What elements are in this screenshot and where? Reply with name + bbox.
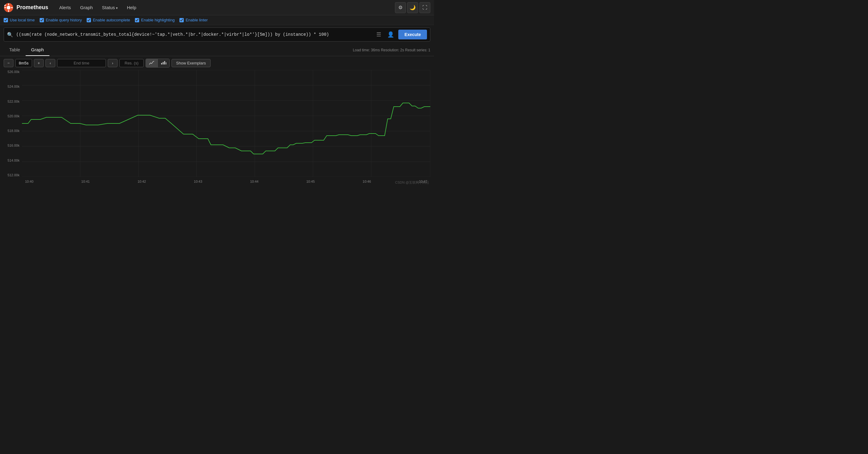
toolbar: Use local time Enable query history Enab… <box>0 15 434 25</box>
enable-linter-checkbox[interactable]: Enable linter <box>180 18 208 22</box>
tabs-meta: Load time: 36ms Resolution: 2s Result se… <box>353 48 430 52</box>
svg-rect-3 <box>8 10 9 12</box>
chart-area <box>22 70 430 177</box>
tab-graph[interactable]: Graph <box>26 44 50 56</box>
tabs-row: Table Graph Load time: 36ms Resolution: … <box>0 44 434 56</box>
x-label-0: 10:40 <box>25 180 34 183</box>
y-label-0: 526.00k <box>8 70 20 74</box>
chart-wrap: 526.00k 524.00k 522.00k 520.00k 518.00k … <box>4 70 430 186</box>
y-label-7: 512.00k <box>8 173 20 177</box>
graph-controls: − + ‹ › Show Exemplars <box>0 56 434 70</box>
watermark: CSDN @互联网小网社 <box>395 180 429 185</box>
y-label-6: 514.00k <box>8 159 20 162</box>
chart-container: 526.00k 524.00k 522.00k 520.00k 518.00k … <box>0 70 434 191</box>
svg-rect-4 <box>4 7 6 8</box>
y-label-2: 522.00k <box>8 100 20 103</box>
enable-query-history-checkbox[interactable]: Enable query history <box>40 18 82 22</box>
svg-rect-2 <box>8 3 9 5</box>
bar-chart-icon <box>161 60 166 65</box>
svg-rect-8 <box>163 62 163 64</box>
line-chart-icon <box>149 60 154 65</box>
enable-linter-label: Enable linter <box>186 18 208 22</box>
query-history-button[interactable]: ☰ <box>374 31 383 38</box>
nav-right: ⚙ 🌙 ⛶ <box>395 2 430 13</box>
enable-highlighting-input[interactable] <box>135 18 139 22</box>
x-label-5: 10:45 <box>306 180 315 183</box>
fullscreen-button[interactable]: ⛶ <box>420 2 430 13</box>
user-button[interactable]: 👤 <box>385 31 396 38</box>
tab-table[interactable]: Table <box>4 44 26 56</box>
enable-query-history-label: Enable query history <box>46 18 82 22</box>
nav-logo: Prometheus <box>4 3 48 12</box>
prometheus-logo-icon <box>4 3 13 12</box>
range-minus-button[interactable]: − <box>4 59 13 67</box>
settings-button[interactable]: ⚙ <box>395 2 406 13</box>
x-label-1: 10:41 <box>81 180 90 183</box>
use-local-time-input[interactable] <box>4 18 8 22</box>
enable-highlighting-label: Enable highlighting <box>141 18 175 22</box>
bar-chart-button[interactable] <box>158 59 169 67</box>
chart-type-buttons <box>146 59 170 67</box>
enable-query-history-input[interactable] <box>40 18 44 22</box>
use-local-time-checkbox[interactable]: Use local time <box>4 18 35 22</box>
enable-highlighting-checkbox[interactable]: Enable highlighting <box>135 18 175 22</box>
chart-y-labels: 526.00k 524.00k 522.00k 520.00k 518.00k … <box>4 70 22 177</box>
search-bar: 🔍 ((sum(rate (node_network_transmit_byte… <box>4 28 430 41</box>
svg-rect-5 <box>11 7 13 8</box>
use-local-time-label: Use local time <box>10 18 35 22</box>
nav-links: Alerts Graph Status Help <box>56 3 395 12</box>
svg-rect-9 <box>164 61 165 64</box>
nav-graph[interactable]: Graph <box>76 3 96 12</box>
chart-svg <box>22 70 430 177</box>
next-time-button[interactable]: › <box>108 59 118 67</box>
nav-alerts[interactable]: Alerts <box>56 3 74 12</box>
svg-point-1 <box>7 6 10 9</box>
svg-rect-10 <box>166 62 166 64</box>
enable-autocomplete-label: Enable autocomplete <box>93 18 130 22</box>
chart-x-labels: 10:40 10:41 10:42 10:43 10:44 10:45 10:4… <box>22 177 430 186</box>
resolution-input[interactable] <box>119 59 144 67</box>
x-label-4: 10:44 <box>250 180 258 183</box>
y-label-5: 516.00k <box>8 144 20 147</box>
nav-help[interactable]: Help <box>123 3 140 12</box>
search-icon: 🔍 <box>7 32 13 37</box>
x-label-6: 10:46 <box>363 180 371 183</box>
line-chart-button[interactable] <box>146 59 158 67</box>
x-label-3: 10:43 <box>194 180 203 183</box>
show-exemplars-button[interactable]: Show Exemplars <box>172 59 211 67</box>
y-label-4: 518.00k <box>8 129 20 133</box>
query-display: ((sum(rate (node_network_transmit_bytes_… <box>16 32 371 37</box>
x-label-2: 10:42 <box>138 180 146 183</box>
enable-linter-input[interactable] <box>180 18 184 22</box>
search-actions: ☰ 👤 Execute <box>374 30 427 39</box>
enable-autocomplete-checkbox[interactable]: Enable autocomplete <box>87 18 130 22</box>
enable-autocomplete-input[interactable] <box>87 18 91 22</box>
range-input[interactable] <box>15 59 32 67</box>
y-label-1: 524.00k <box>8 85 20 88</box>
prev-time-button[interactable]: ‹ <box>45 59 55 67</box>
range-plus-button[interactable]: + <box>34 59 44 67</box>
execute-button[interactable]: Execute <box>398 30 427 39</box>
theme-toggle-button[interactable]: 🌙 <box>407 2 418 13</box>
nav-status[interactable]: Status <box>98 3 121 12</box>
end-time-input[interactable] <box>57 59 106 67</box>
y-label-3: 520.00k <box>8 114 20 118</box>
svg-rect-7 <box>161 63 162 64</box>
app-name: Prometheus <box>17 4 48 11</box>
navbar: Prometheus Alerts Graph Status Help ⚙ 🌙 … <box>0 0 434 15</box>
